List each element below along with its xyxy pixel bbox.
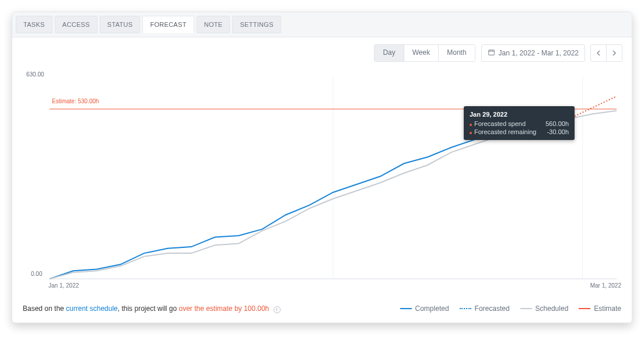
date-range-picker[interactable]: Jan 1, 2022 - Mar 1, 2022 xyxy=(481,44,585,62)
svg-rect-0 xyxy=(488,50,494,55)
range-next-button[interactable] xyxy=(606,44,622,62)
tab-note[interactable]: NOTE xyxy=(197,16,230,33)
info-icon[interactable]: i xyxy=(274,306,281,313)
current-schedule-link[interactable]: current schedule xyxy=(66,304,118,313)
forecast-chart[interactable]: 630.00 0.00 Jan 1, 2022 Mar 1, 2022 Esti… xyxy=(12,62,632,298)
estimate-line-label: Estimate: 530.00h xyxy=(52,98,99,104)
legend-estimate: Estimate xyxy=(579,304,621,313)
summary-text: Based on the current schedule, this proj… xyxy=(23,304,281,313)
granularity-month[interactable]: Month xyxy=(439,45,474,61)
range-prev-button[interactable] xyxy=(590,44,607,62)
x-axis-start: Jan 1, 2022 xyxy=(48,282,79,289)
tab-tasks[interactable]: TASKS xyxy=(16,16,52,33)
tab-settings[interactable]: SETTINGS xyxy=(232,16,281,33)
date-range-text: Jan 1, 2022 - Mar 1, 2022 xyxy=(499,49,579,57)
granularity-day[interactable]: Day xyxy=(374,45,404,61)
tab-status[interactable]: STATUS xyxy=(100,16,141,33)
legend: Completed Forecasted Scheduled Estimate xyxy=(400,304,621,313)
x-axis-end: Mar 1, 2022 xyxy=(590,282,621,289)
tooltip-date: Jan 29, 2022 xyxy=(470,111,569,118)
over-estimate-text: over the estimate by 100.00h xyxy=(179,304,270,313)
legend-scheduled: Scheduled xyxy=(520,304,569,313)
tab-forecast[interactable]: FORECAST xyxy=(142,16,194,33)
range-nav xyxy=(591,44,622,62)
chart-footer: Based on the current schedule, this proj… xyxy=(12,298,632,323)
legend-forecasted: Forecasted xyxy=(460,304,510,313)
chart-toolbar: Day Week Month Jan 1, 2022 - Mar 1, 2022 xyxy=(12,37,632,62)
granularity-toggle: Day Week Month xyxy=(374,44,475,62)
tooltip-row-0-value: 560.00h xyxy=(545,120,569,127)
y-axis-max: 630.00 xyxy=(26,71,44,78)
tooltip-row-1-value: -30.00h xyxy=(547,128,569,135)
chart-tooltip: Jan 29, 2022 Forecasted spend 560.00h Fo… xyxy=(464,106,575,140)
forecast-card: TASKS ACCESS STATUS FORECAST NOTE SETTIN… xyxy=(12,12,632,323)
granularity-week[interactable]: Week xyxy=(404,45,439,61)
tooltip-row-0-label: Forecasted spend xyxy=(474,120,526,127)
tooltip-row-1-label: Forecasted remaining xyxy=(474,128,536,135)
calendar-icon xyxy=(488,48,495,58)
tab-bar: TASKS ACCESS STATUS FORECAST NOTE SETTIN… xyxy=(12,12,632,37)
chart-canvas xyxy=(22,71,624,290)
legend-completed: Completed xyxy=(400,304,449,313)
y-axis-min: 0.00 xyxy=(31,271,42,277)
tab-access[interactable]: ACCESS xyxy=(55,16,97,33)
